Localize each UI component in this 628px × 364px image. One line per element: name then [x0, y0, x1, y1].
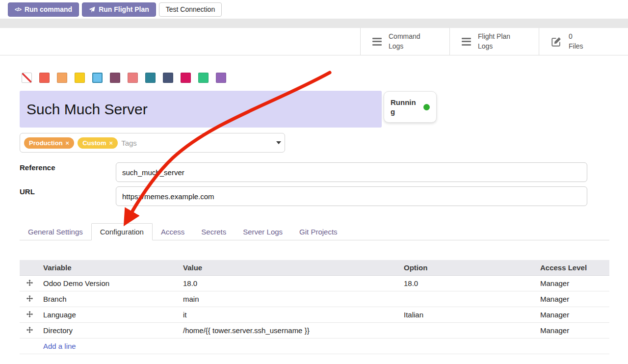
- tab-secrets[interactable]: Secrets: [193, 224, 235, 240]
- tab-git-projects[interactable]: Git Projects: [291, 224, 346, 240]
- color-swatch-1[interactable]: [39, 73, 50, 83]
- tab-server-logs[interactable]: Server Logs: [235, 224, 291, 240]
- cell-access-level[interactable]: Manager: [536, 307, 609, 323]
- remove-tag-icon[interactable]: ×: [66, 139, 70, 147]
- color-swatch-7[interactable]: [145, 73, 156, 83]
- status-label: Running: [391, 98, 417, 117]
- remove-tag-icon[interactable]: ×: [109, 139, 113, 147]
- cell-variable[interactable]: Directory: [39, 323, 179, 338]
- reference-input[interactable]: [116, 162, 587, 182]
- tags-input[interactable]: Production × Custom × Tags: [20, 133, 285, 153]
- drag-handle-icon[interactable]: [20, 291, 39, 307]
- tab-general-settings[interactable]: General Settings: [20, 224, 91, 240]
- cell-option[interactable]: [400, 323, 536, 338]
- color-palette: [22, 73, 226, 83]
- table-row: Language it Italian Manager: [20, 307, 609, 323]
- col-header-variable: Variable: [39, 260, 179, 276]
- color-swatch-9[interactable]: [181, 73, 191, 83]
- tag-label: Custom: [82, 139, 106, 147]
- add-line-link[interactable]: Add a line: [20, 338, 609, 354]
- stat-button-flight-plan-logs[interactable]: Flight Plan Logs: [449, 28, 539, 55]
- top-toolbar: </> Run command Run Flight Plan Test Con…: [0, 0, 628, 19]
- paper-plane-icon: [89, 6, 95, 13]
- stat-label-line2: Logs: [478, 42, 493, 50]
- configuration-table: Variable Value Option Access Level Odoo …: [20, 260, 609, 354]
- control-panel: Command Logs Flight Plan Logs 0 Files: [0, 28, 628, 55]
- color-swatch-11[interactable]: [216, 73, 226, 83]
- cell-option[interactable]: [400, 291, 536, 307]
- stat-label-line1: Flight Plan: [478, 32, 510, 40]
- cell-access-level[interactable]: Manager: [536, 291, 609, 307]
- color-swatch-0[interactable]: [22, 73, 32, 83]
- col-header-access-level: Access Level: [536, 260, 609, 276]
- table-header-row: Variable Value Option Access Level: [20, 260, 609, 276]
- files-count: 0: [569, 32, 573, 40]
- cell-option[interactable]: 18.0: [400, 276, 536, 291]
- separator-strip: [0, 19, 628, 28]
- tab-access[interactable]: Access: [153, 224, 193, 240]
- col-header-value: Value: [179, 260, 400, 276]
- color-swatch-10[interactable]: [198, 73, 209, 83]
- run-flight-plan-label: Run Flight Plan: [99, 5, 149, 13]
- stat-button-files[interactable]: 0 Files: [539, 28, 628, 55]
- table-row: Branch main Manager: [20, 291, 609, 307]
- cell-variable[interactable]: Language: [39, 307, 179, 323]
- drag-handle-icon[interactable]: [20, 323, 39, 338]
- bars-icon: [462, 38, 471, 46]
- edit-icon: [551, 36, 562, 47]
- run-command-label: Run command: [25, 5, 72, 13]
- record-name-input[interactable]: [20, 91, 382, 128]
- color-swatch-6[interactable]: [128, 73, 138, 83]
- drag-handle-icon[interactable]: [20, 307, 39, 323]
- cell-value[interactable]: main: [179, 291, 400, 307]
- color-swatch-2[interactable]: [57, 73, 67, 83]
- tags-placeholder: Tags: [121, 139, 137, 147]
- server-form-page: </> Run command Run Flight Plan Test Con…: [0, 0, 628, 364]
- cell-variable[interactable]: Branch: [39, 291, 179, 307]
- stat-button-command-logs[interactable]: Command Logs: [360, 28, 449, 55]
- status-widget[interactable]: Running: [384, 91, 437, 123]
- stat-buttons: Command Logs Flight Plan Logs 0 Files: [360, 28, 628, 55]
- color-swatch-4[interactable]: [92, 73, 103, 83]
- tab-configuration[interactable]: Configuration: [91, 223, 153, 240]
- url-label: URL: [20, 187, 35, 196]
- tag-pill: Production ×: [24, 137, 74, 149]
- stat-label-line2: Logs: [389, 42, 403, 50]
- color-swatch-3[interactable]: [75, 73, 85, 83]
- test-connection-label: Test Connection: [166, 5, 215, 13]
- files-label: Files: [569, 42, 583, 50]
- cell-value[interactable]: it: [179, 307, 400, 323]
- run-command-button[interactable]: </> Run command: [8, 2, 79, 17]
- cell-access-level[interactable]: Manager: [536, 276, 609, 291]
- col-header-handle: [20, 260, 39, 276]
- code-icon: </>: [15, 6, 21, 12]
- status-dot: [423, 104, 430, 110]
- tab-bar: General Settings Configuration Access Se…: [20, 223, 609, 240]
- color-swatch-5[interactable]: [110, 73, 120, 83]
- url-input[interactable]: [116, 186, 587, 206]
- table-row: Odoo Demo Version 18.0 18.0 Manager: [20, 276, 609, 291]
- add-line-row: Add a line: [20, 338, 609, 354]
- bars-icon: [372, 38, 382, 46]
- col-header-option: Option: [400, 260, 536, 276]
- color-swatch-8[interactable]: [163, 73, 173, 83]
- cell-variable[interactable]: Odoo Demo Version: [39, 276, 179, 291]
- stat-label-line1: Command: [389, 32, 420, 40]
- tag-pill: Custom ×: [78, 137, 118, 149]
- cell-value[interactable]: /home/{{ tower.server.ssh_username }}: [179, 323, 400, 338]
- test-connection-button[interactable]: Test Connection: [159, 2, 222, 17]
- cell-access-level[interactable]: Manager: [536, 323, 609, 338]
- reference-label: Reference: [20, 163, 55, 172]
- run-flight-plan-button[interactable]: Run Flight Plan: [82, 2, 156, 17]
- cell-value[interactable]: 18.0: [179, 276, 400, 291]
- cell-option[interactable]: Italian: [400, 307, 536, 323]
- table-row: Directory /home/{{ tower.server.ssh_user…: [20, 323, 609, 338]
- drag-handle-icon[interactable]: [20, 276, 39, 291]
- tag-label: Production: [29, 139, 63, 147]
- dropdown-caret-icon[interactable]: [276, 141, 281, 144]
